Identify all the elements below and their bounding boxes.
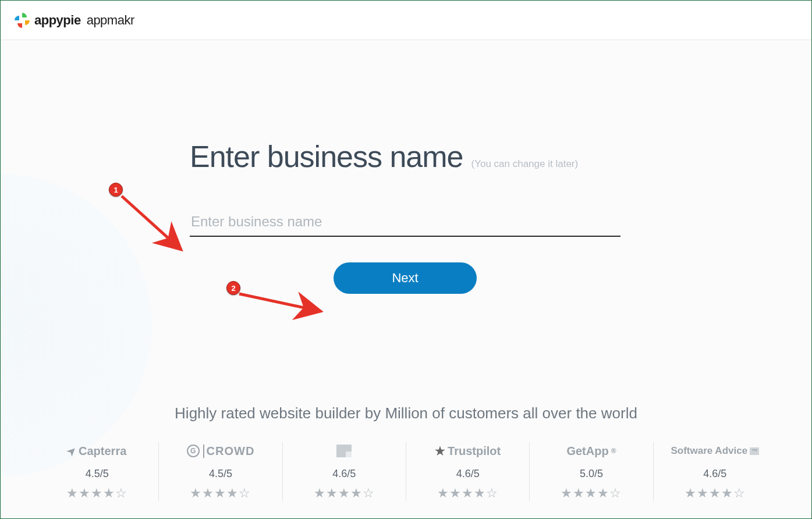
capterra-stars: ★★★★☆	[41, 486, 153, 501]
trustpilot-stars: ★★★★☆	[412, 486, 523, 501]
square-logo	[289, 442, 400, 460]
ratings-row: ➤ Capterra 4.5/5 ★★★★☆ G CROWD 4.5/5 ★★★…	[36, 442, 776, 501]
getapp-logo: GetApp®	[536, 442, 647, 460]
annotation-arrow-2	[233, 288, 332, 323]
g2crowd-score: 4.5/5	[165, 468, 276, 480]
annotation-1: 1	[109, 183, 123, 197]
capterra-arrow-icon: ➤	[64, 443, 79, 458]
annotation-badge-2: 2	[226, 281, 240, 295]
softwareadvice-stars: ★★★★☆	[659, 486, 771, 501]
ratings-heading: Highly rated website builder by Million …	[36, 404, 776, 422]
trustpilot-score: 4.6/5	[412, 468, 523, 480]
capterra-logo: ➤ Capterra	[41, 442, 153, 460]
rating-square: 4.6/5 ★★★★☆	[282, 442, 406, 501]
ratings-section: Highly rated website builder by Million …	[1, 404, 811, 518]
trustpilot-label: Trustpilot	[448, 445, 501, 458]
main-content: 1 2 Enter business name (You can change …	[1, 40, 811, 518]
capterra-score: 4.5/5	[41, 468, 153, 480]
square-score: 4.6/5	[289, 468, 400, 480]
g2crowd-logo: G CROWD	[165, 442, 276, 460]
next-button[interactable]: Next	[334, 262, 476, 294]
business-name-input[interactable]	[190, 210, 620, 237]
annotation-badge-1: 1	[109, 183, 123, 197]
svg-line-1	[239, 294, 321, 311]
svg-line-0	[122, 196, 181, 250]
appypie-logo-icon	[13, 12, 31, 29]
softwareadvice-badge-icon: ™	[750, 447, 759, 455]
g2crowd-stars: ★★★★☆	[165, 486, 276, 501]
brand-name-light: appmakr	[87, 13, 134, 28]
annotation-arrow-1	[117, 191, 193, 261]
rating-capterra: ➤ Capterra 4.5/5 ★★★★☆	[36, 442, 158, 501]
trustpilot-star-icon: ★	[435, 444, 445, 458]
page-title: Enter business name	[190, 139, 463, 174]
capterra-label: Capterra	[79, 445, 126, 458]
square-stars: ★★★★☆	[289, 486, 400, 501]
trustpilot-logo: ★ Trustpilot	[412, 442, 523, 460]
rating-trustpilot: ★ Trustpilot 4.6/5 ★★★★☆	[406, 442, 529, 501]
softwareadvice-label: Software Advice	[671, 445, 747, 457]
softwareadvice-score: 4.6/5	[659, 468, 771, 480]
square-icon	[336, 445, 352, 457]
softwareadvice-logo: Software Advice™	[659, 442, 771, 460]
g2crowd-label: CROWD	[203, 445, 255, 458]
g2-icon: G	[187, 445, 200, 457]
brand-name-bold: appypie	[34, 13, 81, 28]
brand-logo[interactable]: appypie appmakr	[13, 12, 134, 29]
getapp-score: 5.0/5	[536, 468, 647, 480]
business-name-form: Enter business name (You can change it l…	[190, 139, 620, 294]
getapp-stars: ★★★★☆	[536, 486, 647, 501]
rating-getapp: GetApp® 5.0/5 ★★★★☆	[529, 442, 653, 501]
getapp-label: GetApp	[566, 445, 608, 458]
title-note: (You can change it later)	[471, 158, 579, 170]
annotation-2: 2	[226, 281, 240, 295]
rating-g2crowd: G CROWD 4.5/5 ★★★★☆	[158, 442, 282, 501]
rating-softwareadvice: Software Advice™ 4.6/5 ★★★★☆	[653, 442, 776, 501]
header-bar: appypie appmakr	[1, 1, 811, 40]
